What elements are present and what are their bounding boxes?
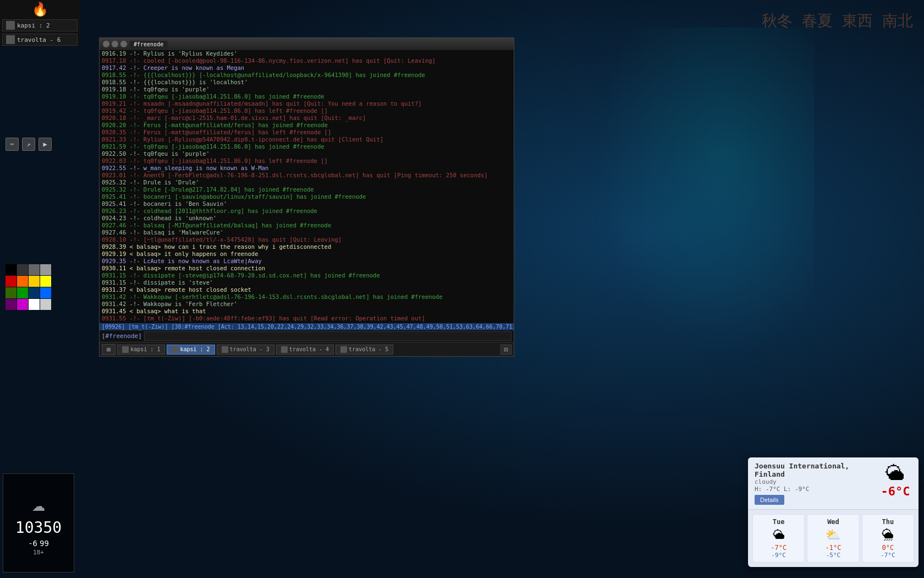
bg-figure	[594, 28, 814, 358]
forecast-day-name: Thu	[865, 518, 911, 526]
irc-line: 0922.50 -!- tq0fqeu is 'purple'	[102, 150, 512, 157]
taskbar-item[interactable]: kapsi : 1	[117, 345, 165, 355]
color-swatch[interactable]	[6, 287, 16, 298]
share-icon[interactable]: ↗	[22, 138, 35, 151]
weather-forecast: Tue 🌥 -7°C -9°C Wed ⛅ -1°C -5°C Thu 🌦 0°…	[748, 510, 919, 567]
irc-line: 0922.55 -!- w_man_sleeping is now known …	[102, 165, 512, 172]
irc-line: 0929.19 < balsaq> it only happens on fre…	[102, 250, 512, 258]
titlebar-min[interactable]	[112, 41, 118, 47]
cloud-icon: ☁	[32, 490, 45, 516]
color-swatch[interactable]	[40, 287, 51, 298]
color-swatch[interactable]	[29, 299, 40, 310]
taskbar-item[interactable]: kapsi : 2	[167, 345, 215, 355]
widget-time: 10350	[15, 519, 62, 537]
color-palette	[6, 264, 55, 308]
irc-line: 0917.18 -!- cooled [-bcooled@pool-98-116…	[102, 57, 512, 64]
weather-location: Joensuu International, Finland	[755, 462, 879, 478]
arrow-icon[interactable]: ▶	[38, 138, 52, 151]
irc-line: 0931.55 -!- [tm_t(-Ziw)] [-b0:aede:48ff:…	[102, 315, 512, 322]
widget-temp: 18+	[33, 549, 44, 556]
titlebar-max[interactable]	[120, 41, 127, 47]
panel-kapsi-label: kapsi : 2	[17, 22, 50, 29]
weather-high: -7°C	[766, 486, 780, 493]
color-swatch[interactable]	[40, 276, 51, 287]
irc-line: 0931.45 < balsaq> what is that	[102, 308, 512, 315]
irc-line: 0920.20 -!- Ferus [-matt@unaffiliated/fe…	[102, 122, 512, 129]
irc-line: 0931.15 -!- dissipate [-steve@ip174-68-7…	[102, 272, 512, 279]
color-swatch[interactable]	[6, 276, 16, 287]
forecast-lo: -9°C	[755, 552, 802, 559]
irc-line: 0927.46 -!- balsaq [-MJT@unaffiliated/ba…	[102, 222, 512, 229]
weather-details-btn[interactable]: Details	[755, 495, 784, 505]
irc-line: 0918.55 -!- {{{localhost}}} [-localhost@…	[102, 72, 512, 79]
forecast-day: Thu 🌦 0°C -7°C	[862, 514, 914, 563]
color-swatch[interactable]	[29, 276, 40, 287]
irc-input-bar: [#freenode]	[100, 330, 514, 342]
panel-row-kapsi[interactable]: kapsi : 2	[2, 19, 78, 31]
color-swatch[interactable]	[29, 287, 40, 298]
weather-desc: cloudy	[755, 478, 879, 486]
irc-line: 0919.42 -!- tq0fqeu [-jiasoba@114.251.86…	[102, 107, 512, 114]
color-swatch[interactable]	[17, 264, 28, 275]
color-swatch[interactable]	[40, 264, 51, 275]
top-left-panel: 🔥 kapsi : 2 travolta - 6	[0, 0, 80, 47]
irc-line: 0925.32 -!- Drule [-Drule@217.174.82.84]…	[102, 186, 512, 193]
color-swatch[interactable]	[17, 276, 28, 287]
color-swatch[interactable]	[29, 264, 40, 275]
panel-travolta-label: travolta - 6	[17, 36, 61, 43]
irc-channel-label: [#freenode]	[102, 332, 142, 340]
irc-line: 0923.01 -!- Anent9 [-FerbFletc@adsl-76-1…	[102, 172, 512, 179]
color-swatch[interactable]	[17, 287, 28, 298]
color-swatch[interactable]	[17, 299, 28, 310]
irc-line: 0919.21 -!- msaadn [-msaadn@unaffiliated…	[102, 100, 512, 107]
irc-line: 0917.42 -!- Creeper is now known as Mega…	[102, 64, 512, 72]
irc-line: 0926.23 -!- coldhead [2011@ththfloor.org…	[102, 208, 512, 215]
taskbar-item[interactable]: travolta - 5	[336, 345, 393, 355]
forecast-lo: -7°C	[865, 552, 911, 559]
irc-input[interactable]	[144, 331, 512, 341]
forecast-icon: 🌦	[865, 528, 911, 542]
color-swatch[interactable]	[6, 264, 16, 275]
irc-line: 0925.41 -!- bocaneri is 'Ben Sauvin'	[102, 200, 512, 208]
titlebar-tab-active[interactable]: #freenode	[129, 41, 168, 48]
forecast-day-name: Tue	[755, 518, 802, 526]
irc-line: 0919.10 -!- tq0fqeu [-jiasoba@114.251.86…	[102, 93, 512, 100]
titlebar-close[interactable]	[103, 41, 109, 47]
color-swatch[interactable]	[40, 299, 51, 310]
irc-line: 0921.59 -!- tq0fqeu [-jiasoba@114.251.86…	[102, 143, 512, 150]
irc-window: #freenode Welcome to #freenode | Staff a…	[99, 37, 514, 357]
taskbar-end[interactable]: ⊡	[501, 345, 512, 355]
weather-header: Joensuu International, Finland cloudy H:…	[748, 457, 919, 510]
taskbar-item[interactable]: travolta - 4	[276, 345, 334, 355]
flame-icon: 🔥	[29, 1, 51, 17]
forecast-day: Wed ⛅ -1°C -5°C	[807, 514, 859, 563]
panel-row-travolta[interactable]: travolta - 6	[2, 34, 78, 46]
deco-chars: 秋冬 春夏 東西 南北	[762, 11, 913, 31]
irc-line: 0919.18 -!- tq0fqeu is 'purple'	[102, 86, 512, 93]
irc-line: 0918.55 -!- {{{localhost}}} is 'localhos…	[102, 79, 512, 86]
left-icons: ✂ ↗ ▶	[6, 138, 52, 151]
irc-line: 0921.33 -!- Rylius [-Rylius@p54A70942.di…	[102, 136, 512, 143]
bottom-left-widget: ☁ 10350 -6 99 18+	[3, 473, 74, 572]
irc-line: 0931.42 -!- Wakkopaw is 'Ferb Fletcher'	[102, 301, 512, 308]
scissors-icon[interactable]: ✂	[6, 138, 19, 151]
forecast-day-name: Wed	[810, 518, 856, 526]
taskbar-icon-start[interactable]: ⊞	[102, 344, 116, 355]
irc-line: 0924.23 -!- coldhead is 'unknown'	[102, 215, 512, 222]
irc-line: 0916.19 -!- Rylius is 'Rylius Keydides'	[102, 50, 512, 57]
weather-right: 🌥 -6°C	[879, 462, 912, 498]
irc-line: 0927.46 -!- balsaq is 'MalwareCure'	[102, 229, 512, 236]
panel-icon	[6, 21, 15, 30]
color-swatch[interactable]	[6, 299, 16, 310]
panel-icon-2	[6, 35, 15, 44]
irc-line: 0922.03 -!- tq0fqeu [-jiasoba@114.251.86…	[102, 157, 512, 165]
forecast-day: Tue 🌥 -7°C -9°C	[752, 514, 805, 563]
irc-line: 0931.42 -!- Wakkopaw [-serhtletc@adsl-76…	[102, 293, 512, 301]
weather-widget: Joensuu International, Finland cloudy H:…	[748, 457, 919, 567]
irc-line: 0929.35 -!- LcAute is now known as LcaWt…	[102, 258, 512, 265]
irc-line: 0931.15 -!- dissipate is 'steve'	[102, 279, 512, 286]
widget-stat1: -6	[28, 539, 37, 548]
irc-line: 0928.39 < balsaq> how can i trace the re…	[102, 243, 512, 250]
forecast-hi: -7°C	[755, 544, 802, 552]
taskbar-item[interactable]: travolta - 3	[217, 345, 274, 355]
